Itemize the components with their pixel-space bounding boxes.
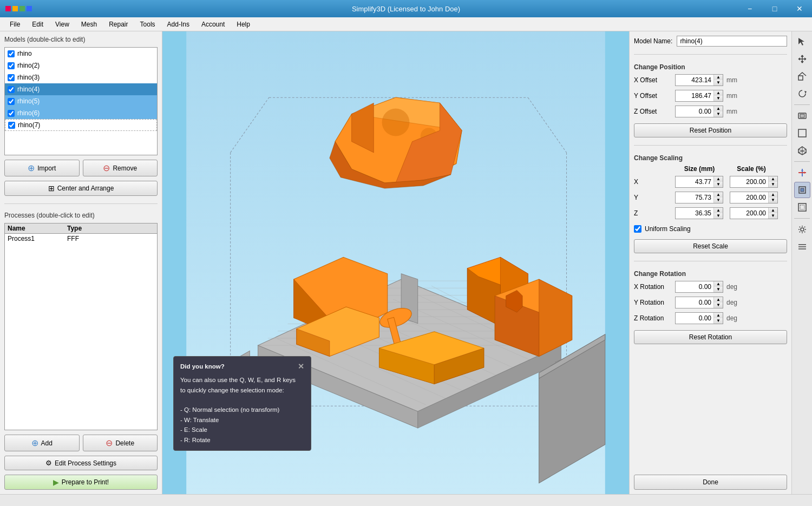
x-offset-input[interactable] <box>676 75 713 85</box>
maximize-button[interactable]: □ <box>762 0 787 17</box>
didyouknow-close[interactable]: ✕ <box>298 362 304 371</box>
y-rotation-input[interactable] <box>676 298 713 307</box>
model-checkbox-rhino[interactable] <box>8 50 15 57</box>
model-item-rhino6[interactable]: rhino(6) <box>5 107 157 119</box>
rotate3d-tool-btn[interactable] <box>794 86 810 102</box>
x-offset-down[interactable]: ▼ <box>714 80 723 86</box>
model-checkbox-rhino6[interactable] <box>8 110 15 117</box>
menu-mesh[interactable]: Mesh <box>76 19 102 29</box>
minimize-button[interactable]: − <box>737 0 762 17</box>
z-size-up[interactable]: ▲ <box>714 208 723 213</box>
z-size-down[interactable]: ▼ <box>714 213 723 219</box>
model-item-rhino7[interactable]: rhino(7) <box>5 119 157 131</box>
model-checkbox-rhino5[interactable] <box>8 98 15 105</box>
process-row[interactable]: Process1 FFF <box>5 234 157 244</box>
models-list[interactable]: rhino rhino(2) rhino(3) rhino(4) rhino(5… <box>4 47 158 155</box>
model-name-input[interactable] <box>677 36 787 47</box>
model-item-rhino3[interactable]: rhino(3) <box>5 71 157 83</box>
x-size-input[interactable] <box>676 177 713 187</box>
y-size-down[interactable]: ▼ <box>714 198 723 203</box>
close-button[interactable]: ✕ <box>787 0 812 17</box>
ortho-btn[interactable] <box>794 125 810 141</box>
reset-scale-button[interactable]: Reset Scale <box>634 239 787 253</box>
y-scale-spinbtns: ▲ ▼ <box>768 192 777 203</box>
remove-button[interactable]: ⊖ Remove <box>83 160 158 176</box>
z-offset-down[interactable]: ▼ <box>714 111 723 117</box>
transform-tool-btn[interactable] <box>794 68 810 84</box>
y-scale-down[interactable]: ▼ <box>769 198 777 203</box>
frame-btn[interactable] <box>794 199 810 215</box>
select-tool-btn[interactable] <box>794 34 810 50</box>
perspective-btn[interactable] <box>794 108 810 124</box>
add-process-button[interactable]: ⊕ Add <box>4 435 80 451</box>
y-scale-input[interactable] <box>730 193 768 202</box>
import-button[interactable]: ⊕ Import <box>4 160 80 176</box>
reset-position-button[interactable]: Reset Position <box>634 123 787 137</box>
z-offset-spinbtns: ▲ ▼ <box>713 106 723 117</box>
y-size-up[interactable]: ▲ <box>714 192 723 198</box>
right-panel: Model Name: Change Position X Offset ▲ ▼… <box>629 31 791 494</box>
model-item-rhino4[interactable]: rhino(4) <box>5 83 157 95</box>
delete-icon: ⊖ <box>106 438 113 448</box>
menu-file[interactable]: File <box>4 19 25 29</box>
y-scale-up[interactable]: ▲ <box>769 192 777 198</box>
y-offset-up[interactable]: ▲ <box>714 90 723 96</box>
left-panel: Models (double-click to edit) rhino rhin… <box>0 31 162 494</box>
isometric-btn[interactable] <box>794 142 810 159</box>
menu-account[interactable]: Account <box>196 19 230 29</box>
y-rotation-down[interactable]: ▼ <box>714 303 723 308</box>
menu-edit[interactable]: Edit <box>27 19 49 29</box>
y-size-input[interactable] <box>676 193 713 202</box>
menu-help[interactable]: Help <box>231 19 256 29</box>
y-offset-input[interactable] <box>676 91 713 101</box>
settings-btn[interactable] <box>794 221 810 238</box>
uniform-row: Uniform Scaling <box>634 225 787 233</box>
z-scale-up[interactable]: ▲ <box>769 208 777 213</box>
model-checkbox-rhino4[interactable] <box>8 86 15 93</box>
x-size-down[interactable]: ▼ <box>714 182 723 187</box>
menu-tools[interactable]: Tools <box>135 19 161 29</box>
z-size-input[interactable] <box>676 208 713 218</box>
y-offset-down[interactable]: ▼ <box>714 96 723 101</box>
menu-repair[interactable]: Repair <box>103 19 133 29</box>
layers-btn[interactable] <box>794 239 810 255</box>
model-name-rhino4: rhino(4) <box>17 86 40 93</box>
model-item-rhino2[interactable]: rhino(2) <box>5 60 157 71</box>
delete-process-button[interactable]: ⊖ Delete <box>83 435 158 451</box>
z-offset-up[interactable]: ▲ <box>714 106 723 111</box>
y-rotation-up[interactable]: ▲ <box>714 297 723 303</box>
x-rotation-input[interactable] <box>676 282 713 292</box>
move-tool-btn[interactable] <box>794 51 810 67</box>
z-offset-input[interactable] <box>676 107 713 116</box>
edit-process-row: ⚙ Edit Process Settings <box>4 456 158 470</box>
x-size-up[interactable]: ▲ <box>714 176 723 182</box>
menu-view[interactable]: View <box>50 19 75 29</box>
z-rotation-down[interactable]: ▼ <box>714 318 723 324</box>
model-checkbox-rhino7[interactable] <box>8 122 15 129</box>
model-item-rhino[interactable]: rhino <box>5 48 157 60</box>
model-checkbox-rhino3[interactable] <box>8 74 15 81</box>
menu-addins[interactable]: Add-Ins <box>162 19 195 29</box>
x-scale-down[interactable]: ▼ <box>769 182 777 187</box>
x-offset-up[interactable]: ▲ <box>714 75 723 80</box>
x-scale-input[interactable] <box>730 177 768 187</box>
reset-rotation-button[interactable]: Reset Rotation <box>634 330 787 344</box>
center-arrange-button[interactable]: ⊞ Center and Arrange <box>4 181 158 196</box>
uniform-scaling-checkbox[interactable] <box>634 225 641 233</box>
axis-y-btn[interactable] <box>794 165 810 181</box>
z-rotation-input[interactable] <box>676 313 713 323</box>
done-button[interactable]: Done <box>634 475 787 490</box>
model-checkbox-rhino2[interactable] <box>8 62 15 69</box>
z-rotation-up[interactable]: ▲ <box>714 313 723 318</box>
model-item-rhino5[interactable]: rhino(5) <box>5 95 157 107</box>
z-scale-input[interactable] <box>730 208 768 218</box>
x-rotation-up[interactable]: ▲ <box>714 281 723 287</box>
x-rotation-down[interactable]: ▼ <box>714 287 723 292</box>
prepare-button[interactable]: ▶ Prepare to Print! <box>4 475 158 490</box>
model-name-rhino6: rhino(6) <box>17 109 40 117</box>
z-scale-down[interactable]: ▼ <box>769 213 777 219</box>
viewport[interactable]: Did you know? ✕ You can also use the Q, … <box>162 31 629 494</box>
x-scale-up[interactable]: ▲ <box>769 176 777 182</box>
active-tool-btn[interactable] <box>794 182 810 198</box>
edit-process-button[interactable]: ⚙ Edit Process Settings <box>4 456 158 470</box>
